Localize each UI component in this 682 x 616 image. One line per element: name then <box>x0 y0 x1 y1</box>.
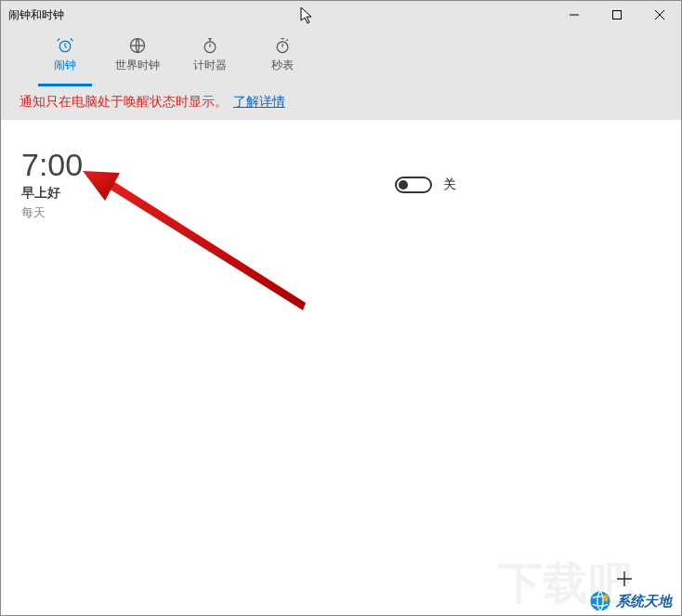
alarm-repeat: 每天 <box>21 204 395 221</box>
window-title: 闹钟和时钟 <box>8 7 64 23</box>
notification-text: 通知只在电脑处于唤醒状态时显示。 <box>20 94 228 109</box>
globe-logo-icon <box>588 589 612 613</box>
tab-alarm[interactable]: 闹钟 <box>29 29 101 86</box>
tab-label: 世界时钟 <box>115 58 160 73</box>
close-button[interactable] <box>638 1 681 29</box>
tab-label: 秒表 <box>271 58 294 73</box>
window-controls <box>553 1 681 29</box>
plus-icon <box>613 568 636 590</box>
tab-label: 闹钟 <box>54 58 76 73</box>
tab-timer[interactable]: 计时器 <box>174 29 246 86</box>
watermark: 系统天地 <box>588 589 672 613</box>
content-area: 7:00 早上好 每天 关 <box>1 120 681 615</box>
alarm-toggle-group: 关 <box>395 177 456 193</box>
alarm-name: 早上好 <box>21 185 395 202</box>
tab-label: 计时器 <box>193 58 227 73</box>
tab-bar: 闹钟 世界时钟 计时器 秒表 <box>1 29 681 86</box>
alarm-item[interactable]: 7:00 早上好 每天 关 <box>21 148 661 221</box>
tab-stopwatch[interactable]: 秒表 <box>246 29 319 86</box>
title-bar: 闹钟和时钟 <box>1 1 681 29</box>
alarm-toggle[interactable] <box>395 177 432 193</box>
maximize-icon <box>612 10 622 20</box>
watermark-label: 系统天地 <box>616 593 672 610</box>
close-icon <box>655 10 664 20</box>
alarm-time: 7:00 <box>21 148 395 182</box>
alarm-toggle-label: 关 <box>443 177 456 193</box>
stopwatch-icon <box>273 36 292 55</box>
notification-bar: 通知只在电脑处于唤醒状态时显示。 了解详情 <box>1 86 681 120</box>
svg-rect-1 <box>613 11 622 20</box>
maximize-button[interactable] <box>596 1 638 29</box>
globe-icon <box>128 36 147 55</box>
timer-icon <box>201 36 219 55</box>
alarm-info: 7:00 早上好 每天 <box>21 148 395 221</box>
tab-world-clock[interactable]: 世界时钟 <box>101 29 174 86</box>
alarm-clock-icon <box>56 36 74 55</box>
learn-more-link[interactable]: 了解详情 <box>233 94 285 109</box>
minimize-button[interactable] <box>553 1 596 29</box>
minimize-icon <box>570 10 579 20</box>
